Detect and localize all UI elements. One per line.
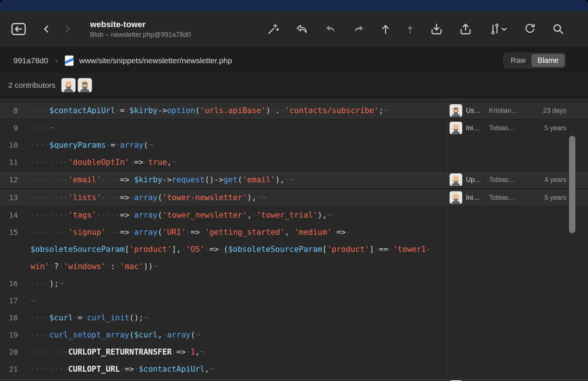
blame-date: 4 years <box>544 176 566 184</box>
undo-outline-icon[interactable] <box>295 23 308 35</box>
commit-hash[interactable]: 991a78d0 <box>13 56 48 65</box>
blame-message: Ini… <box>466 194 485 202</box>
code-line-17[interactable]: 17¬ <box>0 292 588 309</box>
avatar-plain <box>450 173 462 186</box>
window-title-accent <box>0 0 588 11</box>
code-text: 'lists' => array('tower-newsletter'), ¬ <box>25 189 447 206</box>
code-text: 'doubleOptIn' => true,¬ <box>25 154 447 171</box>
blame-message: Ini… <box>466 124 485 132</box>
code-text: 'email' => $kirby->request()->get('email… <box>25 171 447 188</box>
blame-button[interactable]: Blame <box>531 54 565 67</box>
main-toolbar: website-tower Blob – newsletter.php@991a… <box>0 11 588 47</box>
view-mode-switch: Raw Blame <box>504 53 566 68</box>
blame-message: Up… <box>466 176 485 184</box>
blame-cell <box>447 137 588 154</box>
blame-cell <box>447 361 588 378</box>
blame-date: 5 years <box>544 194 566 202</box>
code-text <box>25 96 447 101</box>
php-file-icon <box>64 55 74 66</box>
code-line-8[interactable]: 8 $contactApiUrl = $kirby->option('urls.… <box>0 102 588 119</box>
blame-author: Tobias… <box>489 124 526 132</box>
line-number: 11 <box>0 154 25 171</box>
raw-button[interactable]: Raw <box>505 54 531 67</box>
code-line-14[interactable]: 14 'tags' => array('tower_newsletter', '… <box>0 206 588 224</box>
blame-cell[interactable]: Ini…Tobias…5 years <box>447 189 588 206</box>
blame-cell[interactable]: Us…Kristian…23 days <box>447 102 588 119</box>
line-number: 14 <box>0 206 25 224</box>
blame-cell <box>447 154 588 171</box>
code-text: $contactApiUrl = $kirby->option('urls.ap… <box>25 102 447 119</box>
code-text: ¬ <box>25 119 447 137</box>
compare-options-dropdown[interactable] <box>488 23 508 35</box>
code-text: ¬ <box>25 292 447 309</box>
code-text: );¬ <box>25 275 447 292</box>
line-number: 10 <box>0 137 25 154</box>
line-number: 18 <box>0 309 25 326</box>
line-number: 16 <box>0 275 25 292</box>
code-rows: 78 $contactApiUrl = $kirby->option('urls… <box>0 96 588 381</box>
avatar-glasses[interactable] <box>78 78 92 92</box>
code-line-13[interactable]: 13 'lists' => array('tower-newsletter'),… <box>0 189 588 206</box>
blame-cell <box>447 224 588 275</box>
refresh-icon[interactable] <box>524 23 536 35</box>
code-line-19[interactable]: 19 curl_setopt_array($curl, array(¬ <box>0 326 588 343</box>
line-number: 7 <box>0 96 25 101</box>
scrollbar-thumb[interactable] <box>569 136 575 233</box>
code-text: $queryParams = array(¬ <box>25 137 447 154</box>
app-window: website-tower Blob – newsletter.php@991a… <box>0 0 588 381</box>
code-line-16[interactable]: 16 );¬ <box>0 275 588 292</box>
file-path: www/site/snippets/newsletter/newsletter.… <box>79 56 232 65</box>
code-line-11[interactable]: 11 'doubleOptIn' => true,¬ <box>0 154 588 171</box>
undo-filled-icon[interactable] <box>325 24 336 34</box>
stash-save-icon[interactable] <box>430 23 443 35</box>
redo-filled-icon[interactable] <box>353 24 365 34</box>
code-line-20[interactable]: 20 CURLOPT_RETURNTRANSFER => 1,¬ <box>0 343 588 361</box>
toolbar-actions <box>267 23 564 35</box>
apply-patch-icon[interactable] <box>406 23 414 35</box>
code-line-22[interactable]: 22 CURLOPT_TIMEOUT => array('timeout' =>… <box>0 378 588 381</box>
line-number: 12 <box>0 171 25 188</box>
blame-cell <box>447 206 588 224</box>
search-icon[interactable] <box>552 23 564 35</box>
code-line-7[interactable]: 7 <box>0 96 588 102</box>
blame-cell[interactable]: Ini…Tobias…5 years <box>447 119 588 137</box>
sidebar-toggle-button[interactable] <box>11 23 26 35</box>
chevron-right-icon: › <box>55 56 57 65</box>
line-number: 17 <box>0 292 25 309</box>
code-line-15[interactable]: 15 'signup' => array('URI' => 'getting_s… <box>0 224 588 275</box>
forward-button[interactable] <box>63 24 72 34</box>
blame-author: Tobias… <box>489 176 526 184</box>
code-line-21[interactable]: 21 CURLOPT_URL => $contactApiUrl,¬ <box>0 361 588 378</box>
blame-cell[interactable]: Up…Tobias…4 years <box>447 171 588 188</box>
contributors-label: 2 contributors <box>8 81 55 90</box>
code-line-10[interactable]: 10 $queryParams = array(¬ <box>0 137 588 154</box>
avatar-plain[interactable] <box>61 78 76 92</box>
avatar-glasses <box>450 104 462 117</box>
code-text: CURLOPT_TIMEOUT => array('timeout' => 30… <box>25 378 447 381</box>
back-button[interactable] <box>42 24 51 34</box>
code-line-12[interactable]: 12 'email' => $kirby->request()->get('em… <box>0 171 588 189</box>
line-number: 20 <box>0 343 25 361</box>
code-line-18[interactable]: 18 $curl = curl_init();¬ <box>0 309 588 326</box>
stash-pop-icon[interactable] <box>459 23 472 35</box>
blame-cell <box>447 292 588 309</box>
line-number: 9 <box>0 119 25 137</box>
blame-author: Tobias… <box>489 194 526 202</box>
line-number: 13 <box>0 189 25 206</box>
blame-view: 78 $contactApiUrl = $kirby->option('urls… <box>0 96 588 381</box>
breadcrumb: 991a78d0 › www/site/snippets/newsletter/… <box>0 47 588 74</box>
window-title: website-tower <box>90 20 224 29</box>
blame-date: 23 days <box>543 107 566 115</box>
blame-author: Kristian… <box>489 107 526 115</box>
magic-wand-icon[interactable] <box>267 23 279 35</box>
blame-cell[interactable] <box>447 378 588 381</box>
contributors-bar: 2 contributors <box>0 74 588 96</box>
contributor-avatars <box>61 78 92 92</box>
cherry-pick-icon[interactable] <box>381 23 390 35</box>
blame-cell <box>447 343 588 361</box>
line-number: 22 <box>0 378 25 381</box>
blame-cell <box>447 275 588 292</box>
code-line-9[interactable]: 9 ¬Ini…Tobias…5 years <box>0 119 588 137</box>
line-number: 15 <box>0 224 25 275</box>
line-number: 19 <box>0 326 25 343</box>
